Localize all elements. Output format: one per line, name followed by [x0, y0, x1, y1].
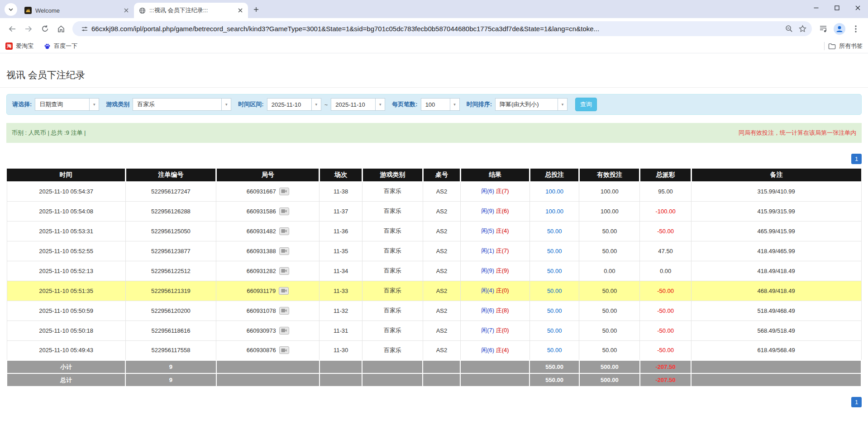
- valid-bet: 100.00: [579, 181, 640, 201]
- total-bet[interactable]: 100.00: [529, 201, 579, 221]
- total-row: 总计 9 550.00 500.00 -207.50: [7, 373, 861, 387]
- summary-left-text: 币别 : 人民币 | 总共 :9 注单 |: [12, 129, 86, 137]
- round-video-icon[interactable]: [279, 327, 289, 335]
- round-video-icon[interactable]: [279, 267, 289, 275]
- media-controls-button[interactable]: [816, 21, 831, 37]
- bookmark-star-button[interactable]: [796, 22, 809, 36]
- maximize-button[interactable]: [826, 0, 847, 15]
- round-number: 660931078: [216, 301, 320, 321]
- back-button[interactable]: [5, 21, 20, 37]
- total-bet[interactable]: 50.00: [529, 241, 579, 261]
- media-playlist-icon: [819, 24, 828, 33]
- close-button[interactable]: [847, 0, 868, 15]
- session: 11-31: [320, 321, 362, 340]
- table-number: AS2: [423, 241, 460, 261]
- page-title: 视讯 会员下注纪录: [6, 69, 862, 81]
- payout: -50.00: [640, 221, 691, 241]
- session: 11-34: [320, 261, 362, 281]
- browser-menu-button[interactable]: [848, 21, 863, 37]
- payout: -50.00: [640, 340, 691, 360]
- tab-betrecord[interactable]: :::视讯 会员下注纪录:::: [134, 3, 248, 18]
- result: 闲(9) 庄(9): [460, 261, 529, 281]
- minimize-button[interactable]: [806, 0, 826, 15]
- total-bet[interactable]: 50.00: [529, 340, 579, 360]
- date-from-value: 2025-11-10: [267, 101, 305, 108]
- total-bet[interactable]: 50.00: [529, 321, 579, 340]
- round-video-icon[interactable]: [279, 307, 289, 315]
- zoom-button[interactable]: [782, 22, 796, 36]
- valid-bet: 100.00: [579, 201, 640, 221]
- date-from-select[interactable]: 2025-11-10 ▾: [267, 98, 321, 111]
- bookmark-label: 百度一下: [54, 42, 77, 50]
- summary-bar: 币别 : 人民币 | 总共 :9 注单 | 同局有效投注，统一计算在该局第一张注…: [6, 123, 862, 143]
- round-video-icon[interactable]: [279, 227, 289, 235]
- valid-bet: 0.00: [579, 261, 640, 281]
- game-type: 百家乐: [362, 201, 423, 221]
- tab-title: :::视讯 会员下注纪录:::: [149, 6, 233, 14]
- subtotal-valid-bet: 500.00: [579, 360, 640, 373]
- payout: -100.00: [640, 201, 691, 221]
- pagination-bottom: 1: [6, 397, 862, 407]
- total-bet[interactable]: 50.00: [529, 301, 579, 321]
- payout: -50.00: [640, 281, 691, 301]
- tab-close-icon[interactable]: [122, 6, 130, 14]
- round-video-icon[interactable]: [279, 247, 289, 255]
- session: 11-33: [320, 281, 362, 301]
- column-header: 有效投注: [579, 169, 640, 181]
- chevron-down-icon: ▾: [221, 99, 231, 110]
- date-to-select[interactable]: 2025-11-10 ▾: [331, 98, 385, 111]
- round-video-icon[interactable]: [279, 346, 289, 354]
- round-video-icon[interactable]: [279, 188, 289, 195]
- empty-cell: [691, 373, 861, 387]
- table-number: AS2: [423, 321, 460, 340]
- game-type: 百家乐: [362, 321, 423, 340]
- address-bar[interactable]: 66cxkj98.com/ipl/portal.php/game/betreco…: [72, 21, 812, 36]
- tab-search-button[interactable]: [5, 3, 17, 16]
- all-bookmarks-button[interactable]: 所有书签: [828, 42, 863, 50]
- forward-icon: [24, 25, 33, 33]
- table-row: 2025-11-10 05:52:55522956123877660931388…: [7, 241, 861, 261]
- valid-bet: 50.00: [579, 301, 640, 321]
- result: 闲(4) 庄(0): [460, 281, 529, 301]
- bet-table-body: 2025-11-10 05:54:37522956127247660931667…: [7, 181, 861, 360]
- chevron-down-icon: [8, 7, 14, 12]
- total-bet[interactable]: 50.00: [529, 261, 579, 281]
- bookmark-baidu[interactable]: 百度一下: [43, 42, 77, 50]
- total-bet[interactable]: 50.00: [529, 281, 579, 301]
- profile-avatar[interactable]: [834, 23, 845, 35]
- site-settings-button[interactable]: [78, 22, 91, 36]
- column-header: 桌号: [423, 169, 460, 181]
- tab-strip: Welcome :::视讯 会员下注纪录:::: [0, 0, 868, 18]
- round-number: 660931667: [216, 181, 320, 201]
- filter-label-query-type: 请选择:: [12, 100, 32, 108]
- round-video-icon[interactable]: [279, 287, 289, 295]
- forward-button[interactable]: [21, 21, 36, 37]
- page-1-button[interactable]: 1: [851, 397, 862, 407]
- round-number: 660931179: [216, 281, 320, 301]
- total-bet[interactable]: 100.00: [529, 181, 579, 201]
- result: 闲(6) 庄(4): [460, 340, 529, 360]
- table-number: AS2: [423, 221, 460, 241]
- total-bet[interactable]: 50.00: [529, 221, 579, 241]
- game-type-select[interactable]: 百家乐 ▾: [133, 98, 231, 111]
- sort-select[interactable]: 降冪(由大到小) ▾: [495, 98, 568, 111]
- tab-welcome[interactable]: Welcome: [20, 3, 134, 18]
- table-row: 2025-11-10 05:51:35522956121319660931179…: [7, 281, 861, 301]
- tab-close-icon[interactable]: [236, 6, 244, 14]
- result: 闲(7) 庄(0): [460, 321, 529, 340]
- round-video-icon[interactable]: [279, 207, 289, 215]
- bet-record-table: 时间注单编号局号场次游戏类别桌号结果总投注有效投注总派彩备注 2025-11-1…: [6, 169, 862, 387]
- home-button[interactable]: [53, 21, 69, 37]
- column-header: 注单编号: [125, 169, 216, 181]
- page-size-select[interactable]: 100 ▾: [421, 98, 460, 111]
- kebab-menu-icon: [855, 25, 857, 33]
- session: 11-37: [320, 201, 362, 221]
- page-1-button[interactable]: 1: [851, 154, 862, 164]
- search-button[interactable]: 查询: [575, 98, 597, 111]
- url-text[interactable]: 66cxkj98.com/ipl/portal.php/game/betreco…: [91, 25, 782, 33]
- refresh-button[interactable]: [37, 21, 52, 37]
- table-row: 2025-11-10 05:50:59522956120200660931078…: [7, 301, 861, 321]
- query-type-select[interactable]: 日期查询 ▾: [35, 98, 99, 111]
- new-tab-button[interactable]: [250, 3, 262, 16]
- bookmark-taobao[interactable]: 淘 爱淘宝: [5, 42, 33, 50]
